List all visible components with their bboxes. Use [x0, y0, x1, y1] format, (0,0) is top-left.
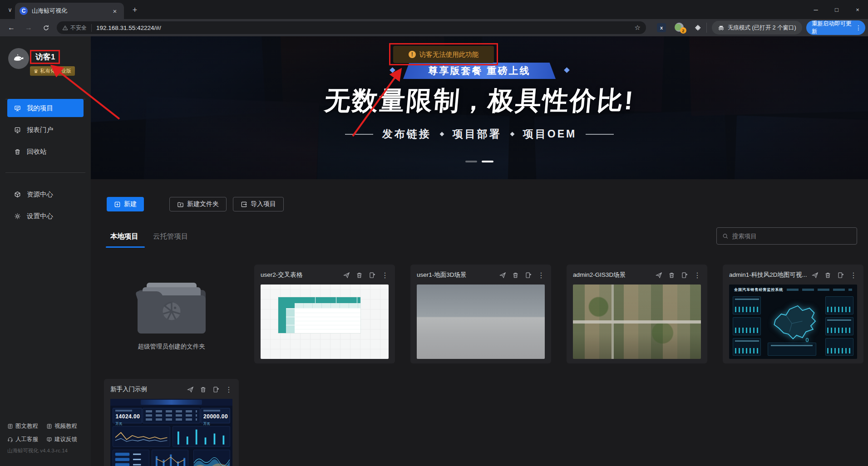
new-folder-button[interactable]: 新建文件夹	[169, 197, 227, 211]
sidebar-item-label: 回收站	[27, 147, 47, 156]
back-button[interactable]: ←	[5, 21, 18, 34]
gis-road	[612, 285, 614, 359]
trash-icon	[14, 148, 21, 155]
more-menu-icon[interactable]: ⋮	[538, 271, 545, 280]
folder-tile[interactable]: 超级管理员创建的文件夹	[104, 265, 239, 363]
tab-local-projects[interactable]: 本地项目	[110, 232, 138, 241]
copy-icon[interactable]	[681, 272, 688, 279]
browser-tab[interactable]: C 山海鲸可视化 ×	[15, 3, 124, 19]
more-menu-icon[interactable]: ⋮	[850, 271, 857, 280]
forward-button[interactable]: →	[22, 21, 35, 34]
window-maximize-button[interactable]: □	[826, 0, 847, 19]
warning-circle-icon: !	[409, 51, 416, 58]
project-card[interactable]: admin1-科技风2D地图可视... ⋮ 全国汽车销售经营监控系统	[723, 265, 863, 363]
extension-profile-icon[interactable]: 2	[675, 23, 684, 32]
report-icon	[14, 127, 21, 133]
sidebar-item-label: 报表门户	[27, 126, 53, 134]
sidebar-item-recycle-bin[interactable]: 回收站	[7, 142, 84, 161]
delete-icon[interactable]	[512, 272, 519, 279]
share-icon[interactable]	[499, 272, 506, 279]
delete-icon[interactable]	[200, 386, 207, 393]
plus-square-icon	[114, 201, 121, 208]
project-card[interactable]: user1-地面3D场景 ⋮	[410, 265, 551, 363]
link-video-tutorial[interactable]: 视频教程	[46, 422, 85, 430]
browser-tabstrip: ∨ C 山海鲸可视化 × + ─ □ ×	[0, 0, 868, 19]
project-card[interactable]: admin2-GIS3D场景 ⋮	[567, 265, 707, 363]
kpi-value: 14024.00	[115, 413, 140, 420]
new-project-button[interactable]: 新建	[107, 197, 144, 211]
warning-icon	[62, 25, 68, 31]
project-search[interactable]	[716, 227, 857, 245]
share-icon[interactable]	[187, 386, 194, 393]
button-label: 新建文件夹	[187, 200, 219, 208]
copy-icon[interactable]	[369, 272, 375, 279]
sidebar-item-resource-center[interactable]: 资源中心	[7, 185, 84, 203]
delete-icon[interactable]	[356, 272, 363, 279]
bookmark-star-icon[interactable]: ☆	[635, 24, 641, 32]
feature-item: 项目部署	[453, 127, 502, 141]
search-input[interactable]	[732, 233, 851, 240]
import-icon	[241, 201, 247, 208]
folder-plus-icon	[177, 201, 184, 208]
feature-line	[345, 134, 373, 135]
sidebar-item-my-projects[interactable]: 我的项目	[7, 99, 84, 117]
sidebar-item-settings-center[interactable]: 设置中心	[7, 207, 84, 225]
button-label: 新建	[124, 200, 137, 208]
username[interactable]: 访客1	[35, 52, 55, 62]
link-feedback[interactable]: 建议反馈	[46, 436, 85, 443]
project-card[interactable]: 新手入门示例 ⋮ 14024.00万元 20000.00万元	[104, 379, 239, 466]
share-icon[interactable]	[343, 272, 350, 279]
extensions-puzzle-icon[interactable]	[693, 23, 703, 33]
incognito-indicator[interactable]: 无痕模式 (已打开 2 个窗口)	[712, 21, 802, 34]
window-minimize-button[interactable]: ─	[805, 0, 826, 19]
project-thumbnail[interactable]	[417, 285, 545, 359]
delete-icon[interactable]	[668, 272, 675, 279]
project-thumbnail[interactable]	[573, 285, 701, 359]
link-text-tutorial[interactable]: 图文教程	[7, 422, 46, 430]
sidebar-divider	[5, 172, 85, 173]
tab-close-icon[interactable]: ×	[110, 6, 119, 15]
starter-list	[113, 450, 149, 466]
import-project-button[interactable]: 导入项目	[233, 197, 284, 211]
extension-x-icon[interactable]: x	[657, 23, 666, 32]
sidebar: 访客1 ♛ 私有化专业版 我的项目 报表门户 回收站 资源中心 设置中心 图文教	[0, 36, 91, 466]
reload-button[interactable]	[39, 21, 53, 34]
share-icon[interactable]	[812, 272, 819, 279]
carousel-dot[interactable]	[465, 161, 477, 162]
more-menu-icon[interactable]: ⋮	[225, 385, 232, 394]
project-thumbnail[interactable]: 全国汽车销售经营监控系统	[729, 285, 857, 359]
promo-banner[interactable]: 尊享版套餐 重磅上线 无数量限制，极具性价比! 发布链接 项目部署 项目OEM …	[91, 36, 868, 179]
more-menu-icon[interactable]: ⋮	[381, 271, 389, 280]
share-icon[interactable]	[656, 272, 662, 279]
search-icon	[722, 233, 729, 240]
button-label: 导入项目	[251, 200, 276, 208]
starter-kpi-right: 20000.00万元	[201, 408, 230, 423]
carousel-dots[interactable]	[91, 161, 868, 162]
delete-icon[interactable]	[824, 272, 831, 279]
project-card[interactable]: user2-交叉表格 ⋮	[254, 265, 395, 363]
banner-ribbon: 尊享版套餐 重磅上线	[403, 63, 556, 79]
project-thumbnail[interactable]	[261, 285, 389, 359]
feature-item: 项目OEM	[523, 127, 577, 141]
copy-icon[interactable]	[837, 272, 844, 279]
window-close-button[interactable]: ×	[847, 0, 868, 19]
update-button[interactable]: 重新启动即可更新 ⋮	[806, 20, 865, 35]
link-customer-service[interactable]: 人工客服	[7, 436, 46, 443]
copy-icon[interactable]	[525, 272, 532, 279]
security-chip[interactable]: 不安全	[62, 24, 92, 32]
copy-icon[interactable]	[212, 386, 219, 393]
new-tab-button[interactable]: +	[129, 4, 141, 16]
tab-search-button[interactable]: ∨	[4, 3, 16, 16]
sidebar-item-report-portal[interactable]: 报表门户	[7, 121, 84, 139]
project-title: 新手入门示例	[110, 385, 187, 393]
more-menu-icon[interactable]: ⋮	[694, 271, 701, 280]
feature-line	[586, 134, 614, 135]
browser-menu-icon[interactable]: ⋮	[855, 24, 862, 31]
project-thumbnail[interactable]: 14024.00万元 20000.00万元	[110, 399, 232, 466]
screen: ∨ C 山海鲸可视化 × + ─ □ × ← → 不安全 192.168.31.…	[0, 0, 868, 466]
address-bar[interactable]: 不安全 192.168.31.55:42224/#/ ☆	[57, 21, 646, 34]
sidebar-item-label: 设置中心	[27, 212, 53, 221]
carousel-dot-active[interactable]	[482, 161, 493, 162]
tab-cloud-projects[interactable]: 云托管项目	[153, 232, 188, 241]
avatar[interactable]	[8, 48, 29, 69]
